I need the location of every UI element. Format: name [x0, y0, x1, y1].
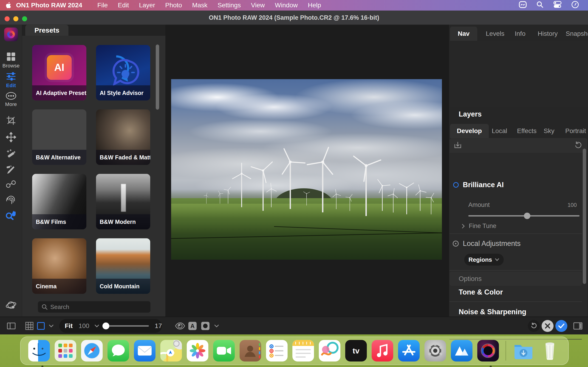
regions-dropdown[interactable]: Regions — [464, 254, 504, 266]
preset-bw-modern[interactable]: B&W Modern — [96, 174, 150, 229]
apple-menu-icon[interactable] — [0, 2, 16, 9]
sidebar-item-more[interactable]: More — [0, 92, 22, 107]
sidebar-item-edit[interactable]: Edit — [0, 72, 22, 89]
tab-snapshots[interactable]: Snapshots — [566, 27, 588, 41]
dock-item-freeform[interactable] — [319, 340, 340, 361]
undo-icon[interactable] — [528, 320, 540, 332]
dock-item-notes[interactable] — [292, 340, 314, 361]
dock-item-apple-tv[interactable]: tv — [345, 340, 367, 361]
dock-item-photos[interactable] — [187, 340, 208, 361]
menu-window[interactable]: Window — [275, 2, 298, 9]
preset-bw-alternative[interactable]: B&W Alternative — [32, 109, 86, 165]
crop-tool-icon[interactable] — [0, 116, 22, 125]
search-input[interactable] — [50, 303, 142, 311]
preset-cold-mountain[interactable]: Cold Mountain — [96, 238, 150, 294]
menu-settings[interactable]: Settings — [217, 2, 241, 9]
tab-presets[interactable]: Presets — [25, 25, 69, 36]
layers-header[interactable]: Layers — [459, 110, 482, 118]
preset-bw-faded-matte[interactable]: B&W Faded & Matte — [96, 109, 150, 165]
sidebar-item-browse[interactable]: Browse — [0, 52, 22, 69]
grid-view-icon[interactable] — [25, 317, 34, 335]
apply-icon[interactable] — [555, 320, 567, 332]
save-preset-icon[interactable] — [454, 141, 462, 150]
dock-item-reminders[interactable] — [266, 340, 288, 361]
cancel-icon[interactable] — [542, 320, 553, 332]
preset-ai-style-advisor[interactable]: AI Style Advisor — [96, 45, 150, 100]
control-center-icon[interactable] — [553, 1, 562, 10]
zoom-chevron-icon[interactable] — [95, 324, 99, 327]
clock-icon[interactable] — [571, 0, 579, 10]
amount-value[interactable]: 100 — [568, 202, 577, 208]
preview-eye-icon[interactable] — [175, 317, 185, 335]
dock-item-contacts[interactable] — [240, 340, 261, 361]
view-options-chevron-icon[interactable] — [49, 317, 54, 335]
dock-item-facetime[interactable] — [213, 340, 235, 361]
tab-levels[interactable]: Levels — [486, 27, 504, 41]
ai-wand-tool-icon[interactable] — [0, 149, 22, 159]
menu-help[interactable]: Help — [308, 2, 321, 9]
tab-nav[interactable]: Nav — [450, 27, 477, 41]
tone-color-header[interactable]: Tone & Color — [459, 288, 503, 296]
menu-layer[interactable]: Layer — [139, 2, 155, 9]
mask-brush-tool-icon[interactable] — [0, 165, 22, 175]
dock-item-trash[interactable] — [539, 340, 561, 361]
dock-item-safari[interactable] — [81, 340, 103, 361]
preset-search[interactable] — [38, 301, 150, 313]
dock-item-finder[interactable] — [28, 340, 50, 361]
menu-photo[interactable]: Photo — [165, 2, 182, 9]
move-tool-icon[interactable] — [0, 132, 22, 142]
dock-item-messages[interactable] — [107, 340, 129, 361]
zoom-percent-value[interactable]: 100 — [78, 322, 89, 330]
develop-scrollbar[interactable] — [583, 149, 586, 284]
menu-file[interactable]: File — [97, 2, 108, 9]
fit-button[interactable]: Fit — [65, 322, 73, 330]
dock-item-on1-photo-raw[interactable] — [477, 340, 499, 361]
zoom-slider[interactable] — [103, 325, 149, 327]
sphere-tool-icon[interactable] — [0, 300, 22, 310]
menu-app-name[interactable]: ON1 Photo RAW 2024 — [16, 2, 82, 9]
dock-item-mountain-app[interactable] — [451, 340, 473, 361]
tab-develop[interactable]: Develop — [450, 124, 489, 138]
compare-a-icon[interactable]: A — [188, 317, 197, 335]
dock-item-mail[interactable] — [134, 340, 156, 361]
preset-ai-adaptive[interactable]: AI AI Adaptive Presets — [32, 45, 86, 100]
menu-edit[interactable]: Edit — [118, 2, 129, 9]
fine-tune-disclosure[interactable]: Fine Tune — [461, 223, 496, 230]
local-adjustments-header[interactable]: Local Adjustments — [453, 240, 521, 248]
single-view-icon[interactable] — [37, 317, 45, 335]
preset-bw-films[interactable]: B&W Films — [32, 174, 86, 229]
brilliance-ai-header[interactable]: Brilliance AI — [453, 181, 504, 189]
dock-item-launchpad[interactable] — [55, 340, 76, 361]
dock-item-maps[interactable] — [160, 340, 182, 361]
menu-view[interactable]: View — [251, 2, 265, 9]
dock-item-downloads-folder[interactable] — [513, 340, 534, 361]
brilliance-toggle-icon[interactable] — [453, 182, 459, 188]
amount-slider[interactable] — [468, 215, 579, 217]
noise-sharpening-header[interactable]: Noise & Sharpening — [459, 308, 527, 316]
tab-effects[interactable]: Effects — [517, 124, 536, 138]
shape-tool-icon[interactable] — [519, 0, 527, 10]
panel-toggle-icon[interactable] — [573, 317, 582, 335]
reset-develop-icon[interactable] — [574, 141, 582, 150]
zoom-pan-tool-icon[interactable] — [0, 210, 22, 220]
spotlight-search-icon[interactable] — [536, 1, 544, 10]
dock-item-system-settings[interactable] — [424, 340, 446, 361]
mask-view-icon[interactable] — [201, 317, 209, 335]
preset-cinema[interactable]: Cinema — [32, 238, 86, 294]
menu-mask[interactable]: Mask — [192, 2, 208, 9]
photo-canvas[interactable] — [166, 25, 449, 317]
zoom-slider-thumb[interactable] — [103, 323, 109, 329]
dock-item-music[interactable] — [372, 340, 393, 361]
refine-tool-icon[interactable] — [0, 195, 22, 205]
dock-item-app-store[interactable] — [398, 340, 420, 361]
split-view-icon[interactable] — [7, 317, 16, 335]
tab-local[interactable]: Local — [492, 124, 507, 138]
tab-info[interactable]: Info — [515, 27, 526, 41]
healing-tool-icon[interactable] — [0, 180, 22, 188]
tab-history[interactable]: History — [538, 27, 558, 41]
mask-options-chevron-icon[interactable] — [214, 317, 219, 335]
tab-portrait[interactable]: Portrait — [565, 124, 586, 138]
amount-slider-thumb[interactable] — [524, 213, 530, 219]
presets-scrollbar[interactable] — [156, 44, 159, 110]
tab-sky[interactable]: Sky — [544, 124, 554, 138]
